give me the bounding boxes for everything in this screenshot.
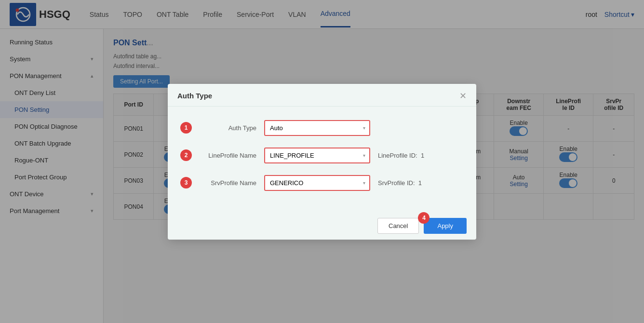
auth-type-select[interactable]: Auto Manual Password: [265, 121, 369, 135]
step1-badge: 1: [180, 122, 192, 134]
cancel-button[interactable]: Cancel: [377, 218, 419, 234]
line-profile-label: LineProfile Name: [187, 152, 264, 159]
modal-header: Auth Type ✕: [168, 84, 476, 107]
step4-badge: 4: [418, 212, 429, 224]
auth-type-label: Auth Type: [187, 124, 264, 132]
modal-body: 1 Auth Type Auto Manual Password ▾ 2 Lin…: [168, 107, 476, 212]
modal-overlay[interactable]: Auth Type ✕ 1 Auth Type Auto Manual Pass…: [0, 0, 644, 323]
line-profile-row: 2 LineProfile Name LINE_PROFILE ▾ LinePr…: [187, 148, 457, 163]
srv-profile-id-label: SrvProfile ID: 1: [378, 179, 422, 187]
srv-profile-label: SrvProfile Name: [187, 179, 264, 187]
line-profile-select[interactable]: LINE_PROFILE: [265, 148, 369, 162]
auth-type-select-wrapper[interactable]: Auto Manual Password ▾: [264, 120, 370, 136]
srv-profile-row: 3 SrvProfile Name GENERICO ▾ SrvProfile …: [187, 175, 457, 191]
step3-badge: 3: [180, 177, 192, 188]
step2-badge: 2: [180, 149, 192, 161]
line-profile-id-label: LineProfile ID: 1: [378, 152, 424, 159]
modal-footer: Cancel 4 Apply: [168, 212, 476, 240]
srv-profile-select-wrapper[interactable]: GENERICO ▾: [264, 175, 370, 191]
auth-type-row: 1 Auth Type Auto Manual Password ▾: [187, 120, 457, 136]
auth-type-modal: Auth Type ✕ 1 Auth Type Auto Manual Pass…: [168, 84, 476, 240]
apply-button[interactable]: 4 Apply: [424, 218, 467, 234]
modal-close-button[interactable]: ✕: [459, 92, 467, 100]
srv-profile-select[interactable]: GENERICO: [265, 176, 369, 190]
line-profile-select-wrapper[interactable]: LINE_PROFILE ▾: [264, 148, 370, 163]
modal-title: Auth Type: [177, 92, 212, 100]
